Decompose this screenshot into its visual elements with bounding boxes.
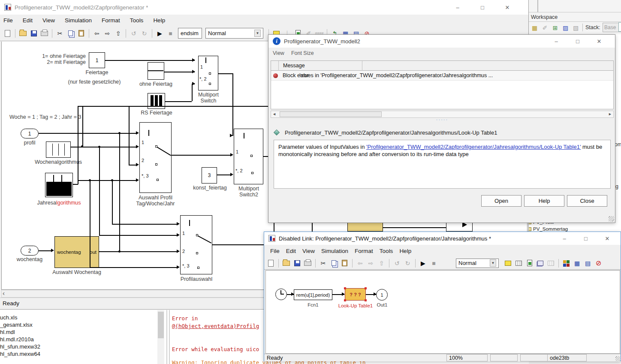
scroll-left-icon[interactable]: ◄ (272, 112, 276, 116)
sim-stop-time-input[interactable] (178, 28, 202, 39)
menu-help[interactable]: Help (153, 17, 165, 24)
title-bar[interactable]: Disabled Link: Profilgenerator_TWW_model… (264, 232, 621, 245)
paste-icon[interactable] (340, 258, 350, 268)
menu-view[interactable]: View (273, 50, 284, 56)
build-icon[interactable] (561, 258, 571, 268)
workspace-import-icon[interactable]: ⊞ (550, 23, 560, 33)
file-item[interactable]: hl.mdl.r2010a (0, 336, 157, 343)
title-bar[interactable]: i Profilgenerator_TWW_modell2 – □ ✕ (268, 35, 615, 48)
file-item[interactable]: hl_sfun.mexw32 (0, 343, 157, 350)
back-icon[interactable]: ⇦ (92, 28, 102, 38)
error-link[interactable]: @(hObject,eventdata)Profilg (172, 323, 259, 329)
new-file-icon[interactable] (266, 258, 276, 268)
resize-grip[interactable] (609, 216, 614, 222)
panel-splitter[interactable] (166, 310, 167, 364)
block-multiport-switch2[interactable] (234, 129, 263, 184)
block-auswahl-wochentag[interactable]: wochentag out (54, 236, 99, 268)
open-button[interactable]: Open (481, 195, 522, 207)
file-item[interactable]: uch.xls (0, 314, 157, 321)
no-entry-icon[interactable]: ⊘ (594, 258, 603, 268)
error-detail-box[interactable]: Parameter values of InputValues in 'Prof… (274, 140, 611, 189)
print-icon[interactable] (303, 258, 313, 268)
menu-view[interactable]: View (42, 17, 55, 24)
title-bar[interactable]: Profilgenerator_TWW_modell2/Zapfprofilge… (0, 0, 528, 15)
scroll-right-icon[interactable]: ► (608, 112, 612, 116)
help-button[interactable]: Help (524, 195, 564, 207)
undo-icon[interactable]: ↺ (392, 258, 402, 268)
forward-icon[interactable]: ⇨ (102, 28, 112, 38)
scope-icon[interactable]: ▦ (572, 258, 582, 268)
start-simulation-icon[interactable]: ▶ (155, 28, 165, 38)
print-icon[interactable] (39, 28, 49, 38)
forward-icon[interactable]: ⇨ (366, 258, 376, 268)
menu-file[interactable]: File (270, 248, 280, 254)
block-multiport-switch[interactable] (198, 56, 218, 90)
scrollbar-thumb[interactable] (280, 111, 382, 117)
menu-view[interactable]: View (302, 248, 315, 254)
new-file-icon[interactable] (3, 28, 12, 38)
workspace-save-icon[interactable]: ▨ (561, 23, 570, 33)
scrollbar-thumb[interactable] (158, 312, 164, 338)
menu-edit[interactable]: Edit (286, 248, 296, 254)
grid-disabled-icon[interactable] (546, 258, 556, 268)
redo-icon[interactable]: ↻ (403, 258, 413, 268)
menu-simulation[interactable]: Simulation (321, 248, 348, 254)
stop-simulation-icon[interactable]: ■ (166, 28, 175, 38)
breadcrumb-text[interactable]: Profilgenerator_TWW_modell2/Zapfprofilge… (285, 129, 497, 136)
open-icon[interactable] (18, 28, 28, 38)
minimize-button[interactable]: – (546, 35, 567, 48)
column-header-message[interactable]: Message (283, 63, 305, 69)
start-simulation-icon[interactable]: ▶ (418, 258, 428, 268)
up-icon[interactable]: ⇧ (377, 258, 386, 268)
close-button[interactable]: ✕ (588, 35, 610, 48)
block-ohne-feiertag[interactable] (148, 62, 164, 80)
inport-wochentag[interactable]: 2 (21, 246, 39, 256)
menu-font-size[interactable]: Font Size (291, 50, 314, 56)
close-dialog-button[interactable]: Close (567, 195, 607, 207)
inport-profil[interactable]: 1 (21, 129, 39, 138)
cut-icon[interactable]: ✂ (318, 258, 328, 268)
save-icon[interactable] (29, 28, 39, 38)
redo-icon[interactable]: ↻ (139, 28, 149, 38)
sim-mode-dropdown[interactable]: Normal ▼ (205, 28, 263, 39)
minimize-button[interactable]: – (554, 232, 575, 245)
model-refresh-icon[interactable] (525, 258, 534, 268)
block-auswahl-profil[interactable] (139, 122, 172, 193)
close-button[interactable]: ✕ (495, 0, 520, 15)
menu-file[interactable]: File (3, 17, 13, 24)
workspace-delete-icon[interactable]: ▧ (571, 23, 581, 33)
save-icon[interactable] (292, 258, 302, 268)
simulink-link-window[interactable]: Disabled Link: Profilgenerator_TWW_model… (264, 232, 621, 361)
paste-icon[interactable] (76, 28, 86, 38)
open-icon[interactable] (281, 258, 291, 268)
copy-icon[interactable] (329, 258, 339, 268)
table-row[interactable]: Block error ’alues in 'Profilgenerator_T… (271, 71, 613, 81)
calendar-grid-icon[interactable] (514, 258, 524, 268)
lookup-table-block[interactable]: ? ? ? (345, 288, 366, 301)
copy-icon[interactable] (66, 28, 75, 38)
minimize-button[interactable]: – (445, 0, 470, 15)
block-jahresalgorithmus[interactable] (45, 173, 73, 197)
splitter-dots-icon[interactable]: ····· (268, 117, 616, 122)
menu-format[interactable]: Format (355, 248, 373, 254)
menu-help[interactable]: Help (399, 248, 411, 254)
stop-simulation-icon[interactable]: ■ (429, 258, 439, 268)
back-icon[interactable]: ⇦ (355, 258, 365, 268)
menu-simulation[interactable]: Simulation (65, 17, 92, 24)
block-path-link[interactable]: 'Profilgenerator_TWW_modell2/Zapfprofilg… (366, 144, 581, 150)
workspace-variable[interactable]: PV_Sommertag (533, 226, 568, 232)
file-item[interactable]: _gesamt.xlsx (0, 321, 157, 328)
resize-grip[interactable] (615, 356, 620, 361)
block-wochenalgorithmus[interactable] (46, 141, 71, 158)
fcn-block[interactable]: rem(u[1],period) (294, 289, 332, 300)
menu-edit[interactable]: Edit (23, 17, 33, 24)
panel-splitter[interactable] (169, 310, 170, 364)
sim-mode-dropdown[interactable]: Normal ▼ (456, 259, 499, 268)
menu-tools[interactable]: Tools (380, 248, 393, 254)
up-icon[interactable]: ⇧ (113, 28, 123, 38)
scroll-left-icon[interactable]: ‹ (3, 289, 5, 297)
file-item[interactable]: hl_sfun.mexw64 (0, 350, 157, 358)
block-feiertage[interactable]: 1 (89, 52, 105, 68)
table-icon[interactable]: ▤ (583, 258, 593, 268)
maximize-button[interactable]: □ (575, 232, 597, 245)
